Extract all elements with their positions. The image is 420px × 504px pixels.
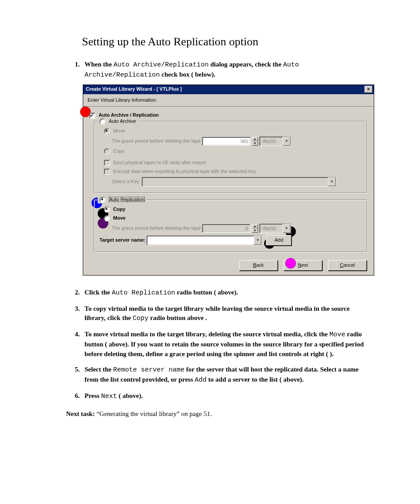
select-key-combo[interactable]: ▼ — [142, 177, 336, 187]
archive-copy-radio[interactable] — [104, 148, 110, 155]
eject-checkbox[interactable] — [104, 160, 110, 166]
archive-move-radio[interactable] — [104, 128, 110, 134]
chevron-down-icon: ▼ — [283, 224, 291, 233]
eject-label: Eject physical tapes to I/E slots after … — [113, 160, 206, 165]
chevron-down-icon: ▼ — [328, 177, 336, 186]
replication-grace-unit-combo[interactable]: day(s) ▼ — [259, 224, 291, 233]
dialog-screenshot: Create Virtual Library Wizard - [ VTLPlu… — [83, 85, 374, 276]
select-key-label: Select a Key: — [112, 179, 140, 184]
dialog-title: Create Virtual Library Wizard - [ VTLPlu… — [86, 86, 182, 93]
replication-move-label: Move — [113, 215, 125, 221]
button-bar: Back Next Cancel — [83, 257, 374, 275]
add-button[interactable]: Add — [266, 235, 291, 246]
auto-archive-replication-label: Auto Archive / Replication — [99, 113, 159, 118]
step-6: Press Next ( above). — [75, 391, 367, 401]
next-task: Next task: “Generating the virtual libra… — [66, 410, 367, 418]
archive-grace-input[interactable]: 365 — [202, 137, 251, 146]
step-3: To copy virtual media to the target libr… — [75, 304, 367, 324]
chevron-down-icon: ▼ — [283, 137, 291, 146]
back-button[interactable]: Back — [239, 260, 278, 271]
auto-replication-label: Auto Replication — [109, 197, 145, 202]
auto-archive-radio[interactable] — [99, 118, 106, 125]
step-5: Select the Remote server name for the se… — [75, 365, 367, 385]
auto-archive-group: Auto Archive Move The grace period befor… — [94, 121, 368, 193]
archive-grace-unit-combo[interactable]: day(s) ▼ — [259, 136, 291, 146]
encrypt-label: Encrypt data when exporting to physical … — [113, 169, 257, 174]
replication-copy-radio[interactable] — [104, 206, 110, 213]
replication-move-radio[interactable] — [104, 215, 110, 221]
dialog-titlebar: Create Virtual Library Wizard - [ VTLPlu… — [83, 85, 374, 94]
steps-list: When the Auto Archive/Replication dialog… — [75, 60, 367, 401]
step-1: When the Auto Archive/Replication dialog… — [75, 60, 367, 276]
cancel-button[interactable]: Cancel — [328, 260, 367, 271]
target-server-label: Target server name: — [99, 237, 145, 243]
auto-replication-radio[interactable] — [99, 197, 106, 203]
auto-archive-label: Auto Archive — [109, 118, 136, 124]
close-icon[interactable]: × — [365, 86, 372, 93]
replication-grace-label: The grace period before deleting the tap… — [112, 225, 201, 231]
dialog-subtitle: Enter Virtual Library Information. — [83, 94, 374, 107]
replication-grace-input[interactable]: 0 — [202, 224, 251, 233]
step-4: To move virtual media to the target libr… — [75, 330, 367, 359]
target-server-combo[interactable]: ▼ — [147, 235, 262, 245]
archive-copy-label: Copy — [113, 148, 125, 154]
encrypt-checkbox[interactable] — [104, 169, 110, 175]
archive-grace-label: The grace period before deleting the tap… — [112, 138, 201, 143]
callout-magenta — [285, 258, 296, 269]
chevron-down-icon: ▼ — [254, 236, 262, 245]
auto-archive-replication-checkbox[interactable] — [89, 113, 96, 119]
step-2: Click the Auto Replication radio button … — [75, 288, 367, 298]
archive-move-label: Move — [113, 128, 125, 133]
archive-grace-spinner[interactable]: ▲▼ — [252, 137, 258, 146]
auto-replication-group: Auto Replication Copy Move T — [94, 199, 368, 252]
replication-copy-label: Copy — [113, 206, 125, 212]
replication-grace-spinner[interactable]: ▲▼ — [252, 224, 258, 233]
page-title: Setting up the Auto Replication option — [82, 35, 367, 48]
